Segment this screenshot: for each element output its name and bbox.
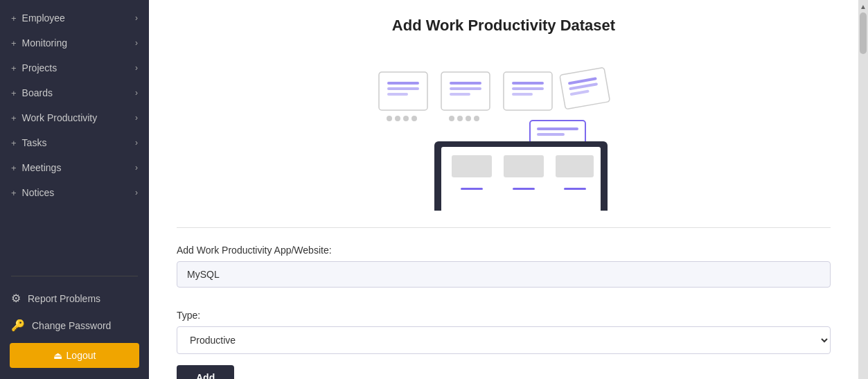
sidebar-item-employee[interactable]: + Employee › — [0, 6, 149, 30]
app-field-label: Add Work Productivity App/Website: — [177, 245, 831, 256]
plus-icon: + — [11, 13, 17, 24]
svg-rect-8 — [441, 72, 490, 110]
svg-point-13 — [457, 116, 463, 121]
svg-rect-3 — [387, 93, 408, 96]
change-password-label: Change Password — [32, 320, 111, 331]
type-field-group: Type: Productive Unproductive Neutral — [177, 310, 831, 354]
svg-rect-17 — [512, 82, 544, 85]
sidebar-item-label: Boards — [22, 87, 53, 98]
app-field-group: Add Work Productivity App/Website: — [177, 245, 831, 299]
app-input[interactable] — [177, 261, 831, 288]
svg-rect-31 — [556, 155, 594, 177]
form-divider — [177, 227, 831, 228]
sidebar-item-projects[interactable]: + Projects › — [0, 55, 149, 80]
svg-point-4 — [387, 116, 392, 121]
svg-rect-30 — [504, 155, 544, 177]
svg-rect-16 — [504, 72, 552, 110]
add-button-label: Add — [196, 372, 215, 379]
chevron-right-icon: › — [135, 13, 138, 23]
svg-rect-34 — [564, 188, 586, 190]
plus-icon: + — [11, 63, 17, 73]
svg-rect-9 — [450, 82, 481, 85]
plus-icon: + — [11, 163, 17, 173]
chevron-right-icon: › — [135, 113, 138, 123]
type-field-label: Type: — [177, 310, 831, 321]
chevron-right-icon: › — [135, 88, 138, 98]
sidebar-item-meetings[interactable]: + Meetings › — [0, 155, 149, 180]
illustration — [177, 51, 831, 211]
chevron-right-icon: › — [135, 38, 138, 48]
sidebar-item-label: Monitoring — [22, 37, 67, 49]
svg-rect-19 — [512, 93, 533, 96]
svg-rect-0 — [379, 72, 427, 110]
main-content: Add Work Productivity Dataset — [149, 0, 858, 379]
chevron-right-icon: › — [135, 163, 138, 173]
svg-rect-25 — [537, 127, 578, 130]
sidebar-nav: + Employee › + Monitoring › + Projects ›… — [0, 0, 149, 270]
type-select[interactable]: Productive Unproductive Neutral — [177, 326, 831, 354]
sidebar-item-tasks[interactable]: + Tasks › — [0, 130, 149, 155]
svg-rect-32 — [461, 188, 483, 190]
svg-point-6 — [403, 116, 409, 121]
sidebar-item-monitoring[interactable]: + Monitoring › — [0, 30, 149, 55]
svg-rect-2 — [387, 87, 419, 90]
svg-rect-1 — [387, 82, 419, 85]
chevron-right-icon: › — [135, 138, 138, 148]
sidebar-item-work-productivity[interactable]: + Work Productivity › — [0, 105, 149, 130]
svg-point-14 — [466, 116, 471, 121]
plus-icon: + — [11, 138, 17, 148]
svg-point-5 — [395, 116, 400, 121]
sidebar: + Employee › + Monitoring › + Projects ›… — [0, 0, 149, 379]
sidebar-divider — [11, 276, 138, 276]
svg-point-12 — [449, 116, 454, 121]
report-problems-label: Report Problems — [28, 293, 100, 304]
plus-icon: + — [11, 188, 17, 198]
sidebar-item-label: Meetings — [22, 162, 62, 173]
key-icon: 🔑 — [11, 319, 25, 332]
svg-point-15 — [474, 116, 479, 121]
add-button[interactable]: Add — [177, 365, 234, 379]
sidebar-item-boards[interactable]: + Boards › — [0, 80, 149, 105]
sidebar-item-label: Projects — [22, 62, 57, 73]
chevron-right-icon: › — [135, 188, 138, 197]
svg-rect-33 — [513, 188, 535, 190]
gear-icon: ⚙ — [11, 292, 21, 305]
svg-point-7 — [411, 116, 417, 121]
page-content: Add Work Productivity Dataset — [149, 0, 858, 379]
plus-icon: + — [11, 38, 17, 49]
sidebar-item-label: Notices — [22, 187, 55, 198]
logout-icon: ⏏ — [53, 350, 62, 361]
svg-rect-10 — [450, 87, 481, 90]
sidebar-item-label: Employee — [22, 12, 65, 24]
scrollbar-track: ▲ — [858, 0, 868, 379]
sidebar-item-notices[interactable]: + Notices › — [0, 180, 149, 205]
plus-icon: + — [11, 113, 17, 123]
svg-rect-11 — [450, 93, 470, 96]
logout-label: Logout — [67, 350, 96, 361]
svg-rect-18 — [512, 87, 544, 90]
svg-rect-26 — [537, 133, 565, 136]
form: Add Work Productivity App/Website: Type:… — [177, 245, 831, 379]
sidebar-item-report-problems[interactable]: ⚙ Report Problems — [0, 285, 149, 312]
logout-button[interactable]: ⏏ Logout — [10, 343, 139, 368]
svg-rect-20 — [560, 67, 610, 109]
plus-icon: + — [11, 88, 17, 98]
sidebar-item-change-password[interactable]: 🔑 Change Password — [0, 312, 149, 339]
page-title: Add Work Productivity Dataset — [177, 17, 831, 35]
chevron-right-icon: › — [135, 63, 138, 73]
sidebar-bottom: ⚙ Report Problems 🔑 Change Password ⏏ Lo… — [0, 282, 149, 379]
scrollbar-thumb[interactable] — [860, 12, 867, 54]
sidebar-item-label: Tasks — [22, 137, 47, 148]
sidebar-item-label: Work Productivity — [22, 112, 98, 123]
illustration-svg — [358, 51, 649, 211]
scrollbar-up-arrow[interactable]: ▲ — [858, 0, 868, 12]
svg-rect-24 — [530, 121, 585, 145]
svg-rect-29 — [452, 155, 492, 177]
